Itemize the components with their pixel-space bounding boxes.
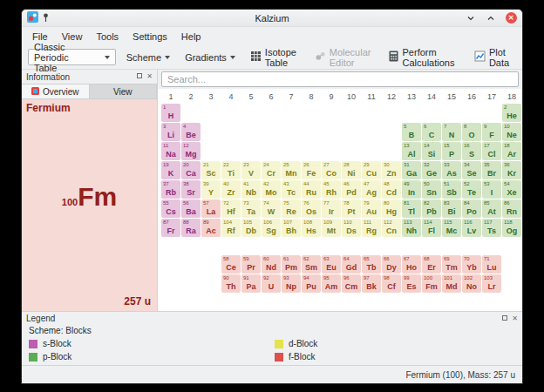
dock-float-button[interactable] xyxy=(137,73,142,80)
element-Og[interactable]: 118Og xyxy=(502,219,521,237)
element-Lr[interactable]: 103Lr xyxy=(482,274,501,293)
element-Ge[interactable]: 32Ge xyxy=(422,161,441,179)
search-input[interactable] xyxy=(161,71,519,87)
element-Fl[interactable]: 114Fl xyxy=(422,219,441,237)
element-Cf[interactable]: 98Cf xyxy=(382,274,401,293)
element-Ti[interactable]: 22Ti xyxy=(221,161,241,179)
perform-calculations-button[interactable]: Perform Calculations xyxy=(384,44,464,71)
element-Ba[interactable]: 56Ba xyxy=(181,199,201,218)
element-Re[interactable]: 75Re xyxy=(282,199,301,218)
element-Mg[interactable]: 12Mg xyxy=(181,142,201,160)
element-Md[interactable]: 101Md xyxy=(442,274,461,293)
menu-tools[interactable]: Tools xyxy=(89,30,126,44)
legend-float-button[interactable] xyxy=(502,315,507,322)
element-Ag[interactable]: 47Ag xyxy=(362,180,381,199)
element-Sn[interactable]: 50Sn xyxy=(422,180,441,199)
element-Hf[interactable]: 72Hf xyxy=(221,199,241,218)
element-Zr[interactable]: 40Zr xyxy=(221,180,241,199)
element-C[interactable]: 6C xyxy=(422,123,441,141)
element-Lv[interactable]: 116Lv xyxy=(462,219,481,237)
close-button[interactable]: ✕ xyxy=(505,12,517,24)
element-H[interactable]: 1H xyxy=(161,104,180,122)
element-U[interactable]: 92U xyxy=(262,274,281,293)
element-In[interactable]: 49In xyxy=(402,180,421,199)
element-Sr[interactable]: 38Sr xyxy=(181,180,201,199)
element-Au[interactable]: 79Au xyxy=(362,199,381,218)
element-Os[interactable]: 76Os xyxy=(302,199,321,218)
element-Ca[interactable]: 20Ca xyxy=(181,161,201,179)
element-Na[interactable]: 11Na xyxy=(161,142,180,160)
element-Sc[interactable]: 21Sc xyxy=(201,161,221,179)
dock-close-button[interactable]: ✕ xyxy=(146,73,153,80)
element-Al[interactable]: 13Al xyxy=(402,142,421,160)
element-Rh[interactable]: 45Rh xyxy=(322,180,341,199)
element-Nb[interactable]: 41Nb xyxy=(241,180,261,199)
element-Mt[interactable]: 109Mt xyxy=(322,219,341,237)
element-Cd[interactable]: 48Cd xyxy=(382,180,401,199)
element-Cs[interactable]: 55Cs xyxy=(161,199,180,218)
element-Rf[interactable]: 104Rf xyxy=(221,219,241,237)
element-Kr[interactable]: 36Kr xyxy=(502,161,521,179)
menu-settings[interactable]: Settings xyxy=(126,30,174,44)
element-Bk[interactable]: 97Bk xyxy=(362,274,381,293)
element-Mn[interactable]: 25Mn xyxy=(282,161,301,179)
element-F[interactable]: 9F xyxy=(482,123,501,141)
element-Ho[interactable]: 67Ho xyxy=(402,255,421,274)
element-Ir[interactable]: 77Ir xyxy=(322,199,341,218)
element-Ru[interactable]: 44Ru xyxy=(302,180,321,199)
element-Pm[interactable]: 61Pm xyxy=(282,255,301,274)
element-Fr[interactable]: 87Fr xyxy=(161,219,180,237)
element-Th[interactable]: 90Th xyxy=(221,274,241,293)
element-Ar[interactable]: 18Ar xyxy=(502,142,521,160)
element-Db[interactable]: 105Db xyxy=(241,219,261,237)
element-K[interactable]: 19K xyxy=(161,161,180,179)
element-Er[interactable]: 68Er xyxy=(422,255,441,274)
element-Es[interactable]: 99Es xyxy=(402,274,421,293)
element-Nd[interactable]: 60Nd xyxy=(262,255,281,274)
element-Ga[interactable]: 31Ga xyxy=(402,161,421,179)
element-Si[interactable]: 14Si xyxy=(422,142,441,160)
element-Bh[interactable]: 107Bh xyxy=(282,219,301,237)
element-Cu[interactable]: 29Cu xyxy=(362,161,381,179)
element-Tc[interactable]: 43Tc xyxy=(282,180,301,199)
element-Mo[interactable]: 42Mo xyxy=(262,180,281,199)
element-Li[interactable]: 3Li xyxy=(161,123,180,141)
element-Rn[interactable]: 86Rn xyxy=(502,199,521,218)
element-Bi[interactable]: 83Bi xyxy=(442,199,461,218)
legend-close-button[interactable]: ✕ xyxy=(512,315,518,322)
element-Pd[interactable]: 46Pd xyxy=(342,180,361,199)
element-Am[interactable]: 95Am xyxy=(322,274,341,293)
element-Hg[interactable]: 80Hg xyxy=(382,199,401,218)
element-N[interactable]: 7N xyxy=(442,123,461,141)
element-Cr[interactable]: 24Cr xyxy=(262,161,281,179)
element-P[interactable]: 15P xyxy=(442,142,461,160)
element-Tb[interactable]: 65Tb xyxy=(362,255,381,274)
element-Np[interactable]: 93Np xyxy=(282,274,301,293)
element-No[interactable]: 102No xyxy=(462,274,481,293)
element-S[interactable]: 16S xyxy=(462,142,481,160)
element-Po[interactable]: 84Po xyxy=(462,199,481,218)
element-Hs[interactable]: 108Hs xyxy=(302,219,321,237)
gradients-button[interactable]: Gradients xyxy=(180,50,240,65)
element-V[interactable]: 23V xyxy=(241,161,261,179)
element-Ta[interactable]: 73Ta xyxy=(241,199,261,218)
element-Pr[interactable]: 59Pr xyxy=(241,255,261,274)
element-Fe[interactable]: 26Fe xyxy=(302,161,321,179)
isotope-table-button[interactable]: Isotope Table xyxy=(246,44,304,71)
tab-view[interactable]: View xyxy=(90,84,158,98)
element-Zn[interactable]: 30Zn xyxy=(382,161,401,179)
element-Ds[interactable]: 110Ds xyxy=(342,219,361,237)
element-Tl[interactable]: 81Tl xyxy=(402,199,421,218)
element-La[interactable]: 57La xyxy=(201,199,221,218)
element-Be[interactable]: 4Be xyxy=(181,123,201,141)
element-Dy[interactable]: 66Dy xyxy=(382,255,401,274)
element-At[interactable]: 85At xyxy=(482,199,501,218)
menu-help[interactable]: Help xyxy=(174,30,208,44)
element-Te[interactable]: 52Te xyxy=(462,180,481,199)
element-Tm[interactable]: 69Tm xyxy=(442,255,461,274)
element-Ni[interactable]: 28Ni xyxy=(342,161,361,179)
maximize-button[interactable] xyxy=(485,12,497,24)
element-Sm[interactable]: 62Sm xyxy=(302,255,321,274)
element-I[interactable]: 53I xyxy=(482,180,501,199)
element-Se[interactable]: 34Se xyxy=(462,161,481,179)
